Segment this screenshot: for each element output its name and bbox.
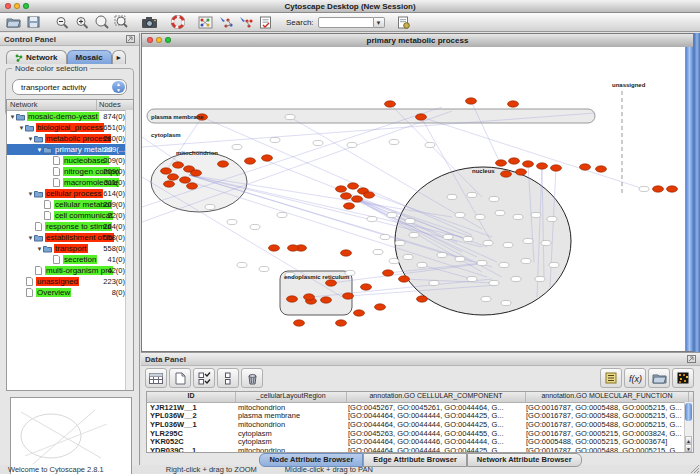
network-node[interactable]: [313, 140, 323, 145]
data-panel-float-icon[interactable]: [687, 355, 696, 363]
tree-row[interactable]: ▼metabolic process280(0): [7, 133, 133, 144]
selected-network-node[interactable]: [191, 170, 202, 176]
selected-network-node[interactable]: [516, 169, 527, 175]
tree-row[interactable]: macromolecule311(0): [7, 177, 133, 188]
network-node[interactable]: [541, 240, 551, 245]
network-overview-icon[interactable]: [196, 14, 215, 30]
network-node[interactable]: [523, 238, 533, 243]
expand-icon[interactable]: ▼: [27, 191, 34, 197]
network-node[interactable]: [389, 139, 399, 144]
expand-icon[interactable]: ▼: [9, 114, 16, 120]
expand-icon[interactable]: ▼: [18, 125, 25, 131]
selected-network-node[interactable]: [551, 165, 562, 171]
tree-row[interactable]: nitrogen compo209(0): [7, 166, 133, 177]
network-node[interactable]: [501, 300, 511, 305]
network-node[interactable]: [395, 240, 405, 245]
attribute-table-icon[interactable]: [145, 368, 167, 388]
network-node[interactable]: [483, 240, 493, 245]
table-row[interactable]: YPL036W__1mitochondrion[GO:0044464, GO:0…: [147, 420, 693, 429]
network-node[interactable]: [389, 258, 399, 263]
save-icon[interactable]: [24, 14, 43, 30]
network-node[interactable]: [535, 276, 545, 281]
table-row[interactable]: YKR052Ccytoplasm[GO:0044464, GO:0044446,…: [147, 437, 693, 446]
network-node[interactable]: [205, 204, 215, 209]
scroll-down-icon[interactable]: ▼: [685, 444, 692, 452]
new-attribute-icon[interactable]: [169, 368, 191, 388]
network-node[interactable]: [277, 212, 287, 217]
network-node[interactable]: [499, 262, 509, 267]
table-cell[interactable]: [GO:0016787, GO:0005488, GO:0005215, G..…: [523, 446, 685, 453]
network-scrollbar[interactable]: [685, 47, 693, 351]
zoom-actual-icon[interactable]: [92, 14, 111, 30]
selected-network-node[interactable]: [262, 155, 273, 161]
session-settings-icon[interactable]: [394, 14, 413, 30]
network-node[interactable]: [489, 280, 499, 285]
network-node[interactable]: [481, 296, 491, 301]
selected-network-node[interactable]: [383, 270, 394, 276]
network-node[interactable]: [511, 276, 521, 281]
network-node[interactable]: [639, 186, 649, 191]
network-node[interactable]: [270, 137, 280, 142]
network-node[interactable]: [521, 258, 531, 263]
selected-network-node[interactable]: [354, 310, 365, 316]
tree-row[interactable]: Overview8(0): [7, 287, 133, 298]
network-node[interactable]: [489, 196, 499, 201]
selected-network-node[interactable]: [161, 168, 172, 174]
open-icon[interactable]: [4, 14, 23, 30]
selected-network-node[interactable]: [287, 296, 298, 302]
network-node[interactable]: [417, 262, 427, 267]
tree-row[interactable]: response to stimul264(0): [7, 221, 133, 232]
network-node[interactable]: [443, 234, 453, 239]
selected-network-node[interactable]: [187, 183, 198, 189]
selected-network-node[interactable]: [343, 293, 354, 299]
table-row[interactable]: YDR039C__1mitochondrion[GO:0044464, GO:0…: [147, 446, 693, 453]
search-dropdown-icon[interactable]: ▼: [374, 17, 385, 28]
network-node[interactable]: [285, 114, 295, 119]
network-node[interactable]: [237, 262, 247, 267]
selected-network-node[interactable]: [341, 250, 352, 256]
selected-network-node[interactable]: [509, 158, 520, 164]
selected-network-node[interactable]: [164, 181, 175, 187]
network-node[interactable]: [380, 234, 390, 239]
selected-network-node[interactable]: [269, 245, 280, 251]
table-row[interactable]: YLR295Ccytoplasm[GO:0045263, GO:0044444,…: [147, 429, 693, 438]
delete-attribute-icon[interactable]: [241, 368, 263, 388]
network-node[interactable]: [387, 212, 397, 217]
attribute-batch-icon[interactable]: [600, 368, 622, 388]
tree-row[interactable]: ▼cellular process614(0): [7, 188, 133, 199]
selected-network-node[interactable]: [466, 98, 477, 104]
network-node[interactable]: [513, 214, 523, 219]
tab-network[interactable]: Network: [6, 50, 67, 64]
tree-row[interactable]: nucleobase-209(0): [7, 155, 133, 166]
selected-network-node[interactable]: [326, 280, 337, 286]
network-node[interactable]: [467, 192, 477, 197]
selected-network-node[interactable]: [304, 294, 315, 300]
birdseye-view[interactable]: [10, 397, 132, 474]
expand-icon[interactable]: ▼: [27, 235, 34, 241]
select-attributes-icon[interactable]: [193, 368, 215, 388]
table-row[interactable]: YJR121W__1mitochondrion[GO:0045267, GO:0…: [147, 403, 693, 412]
network-tool-icon-1[interactable]: [216, 14, 235, 30]
help-icon[interactable]: [168, 14, 187, 30]
tree-row[interactable]: cellular metabol209(0): [7, 199, 133, 210]
selected-network-node[interactable]: [508, 101, 519, 107]
table-cell[interactable]: mitochondrion: [235, 446, 345, 453]
network-node[interactable]: [250, 224, 260, 229]
selected-network-node[interactable]: [361, 284, 372, 290]
col-molecular-function[interactable]: annotation.GO MOLECULAR_FUNCTION: [526, 392, 689, 402]
network-node[interactable]: [455, 212, 465, 217]
selected-network-node[interactable]: [168, 174, 179, 180]
expand-icon[interactable]: ▼: [36, 246, 43, 252]
network-tool-icon-2[interactable]: [236, 14, 255, 30]
import-attributes-icon[interactable]: [648, 368, 670, 388]
network-node[interactable]: [259, 266, 269, 271]
search-input[interactable]: [318, 17, 374, 28]
col-cellular-component[interactable]: annotation.GO CELLULAR_COMPONENT: [347, 392, 526, 402]
col-region[interactable]: _cellularLayoutRegion: [236, 392, 347, 402]
network-node[interactable]: [425, 142, 435, 147]
network-node[interactable]: [347, 142, 357, 147]
network-node[interactable]: [455, 256, 465, 261]
network-node[interactable]: [503, 242, 513, 247]
network-node[interactable]: [232, 144, 242, 149]
selected-network-node[interactable]: [348, 183, 359, 189]
